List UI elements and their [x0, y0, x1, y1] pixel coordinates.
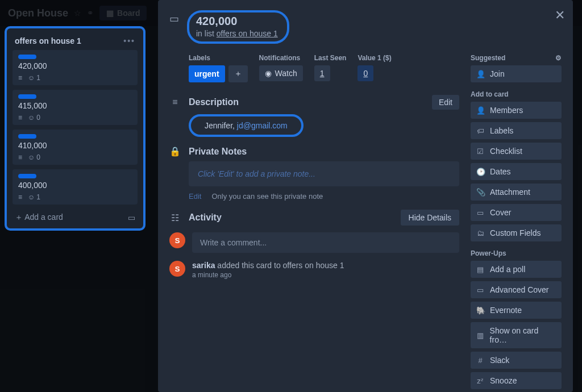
- description-email[interactable]: jd@gmail.com: [237, 121, 288, 130]
- card-badges: ≡ ☺1: [18, 74, 132, 82]
- add-poll-button[interactable]: ▤Add a poll: [471, 261, 562, 278]
- private-header: Private Notes: [189, 147, 459, 157]
- labels-block: Labels urgent ＋: [189, 54, 248, 82]
- slack-icon: #: [476, 356, 484, 365]
- checklist-button[interactable]: ☑Checklist: [471, 143, 562, 160]
- card-title: 415,000: [18, 101, 132, 110]
- private-edit-link[interactable]: Edit: [189, 192, 201, 201]
- list-card[interactable]: 400,000 ≡ ☺1: [13, 169, 138, 205]
- card-header: ▭ 420,000 in list offers on house 1: [169, 10, 562, 44]
- left-column: Labels urgent ＋ Notifications ◉Watch Las…: [169, 54, 459, 392]
- description-icon: ≡: [18, 153, 22, 161]
- activity-user[interactable]: sarika: [192, 261, 215, 270]
- value1-header: Value 1 ($): [357, 54, 391, 62]
- clock-icon: 🕑: [476, 168, 484, 176]
- cover-icon: ▭: [476, 208, 484, 217]
- template-icon[interactable]: ▭: [128, 213, 135, 222]
- dates-button[interactable]: 🕑Dates: [471, 163, 562, 180]
- user-icon: 👤: [476, 106, 484, 115]
- reaction-count: 0: [36, 114, 40, 122]
- modal-overlay: offers on house 1 ••• 420,000 ≡ ☺1 415,0…: [0, 0, 582, 392]
- reaction-count: 1: [36, 193, 40, 201]
- list-title[interactable]: offers on house 1: [15, 36, 81, 45]
- activity-icon: ☷: [169, 212, 181, 223]
- card-label-chip: [18, 134, 36, 139]
- card-title[interactable]: 420,000: [196, 15, 278, 28]
- snooze-button[interactable]: zᶻSnooze: [471, 372, 562, 389]
- tag-icon: 🏷: [476, 127, 484, 135]
- edit-description-button[interactable]: Edit: [432, 95, 459, 110]
- list-card[interactable]: 410,000 ≡ ☺0: [13, 130, 138, 165]
- description-icon: ≡: [169, 97, 181, 107]
- private-note-input[interactable]: Click 'Edit' to add a private note...: [189, 161, 459, 186]
- description-section: ≡ Description Edit Jennifer, jd@gmail.co…: [169, 95, 459, 137]
- in-list-prefix: in list: [196, 29, 217, 38]
- card-title: 420,000: [18, 61, 132, 70]
- card-icon: ▥: [476, 331, 484, 340]
- label-urgent[interactable]: urgent: [189, 65, 225, 82]
- join-button[interactable]: 👤Join: [471, 65, 562, 82]
- add-label-button[interactable]: ＋: [228, 65, 248, 82]
- reaction-count: 0: [36, 153, 40, 161]
- slack-button[interactable]: #Slack: [471, 352, 562, 369]
- snooze-icon: zᶻ: [476, 377, 484, 385]
- cover-icon: ▭: [476, 286, 484, 294]
- activity-text: added this card to offers on house 1: [215, 261, 344, 270]
- lastseen-block: Last Seen 1: [314, 54, 347, 82]
- list-card[interactable]: 415,000 ≡ ☺0: [13, 90, 138, 125]
- members-button[interactable]: 👤Members: [471, 102, 562, 119]
- comment-input[interactable]: Write a comment...: [192, 232, 459, 253]
- fields-icon: 🗂: [476, 229, 484, 237]
- list-header: offers on house 1 •••: [13, 34, 138, 50]
- lock-icon: 🔒: [169, 146, 181, 157]
- lastseen-value[interactable]: 1: [314, 65, 330, 81]
- description-text: Jennifer,: [205, 121, 237, 130]
- private-notes-section: 🔒 Private Notes Click 'Edit' to add a pr…: [169, 146, 459, 201]
- advanced-cover-button[interactable]: ▭Advanced Cover: [471, 281, 562, 298]
- powerups-header: Power-Ups: [471, 249, 562, 257]
- suggested-header: Suggested ⚙: [471, 54, 562, 62]
- user-icon: 👤: [476, 70, 484, 78]
- card-badges: ≡ ☺0: [18, 114, 132, 122]
- evernote-icon: 🐘: [476, 306, 484, 315]
- card-subtitle: in list offers on house 1: [196, 29, 278, 38]
- avatar[interactable]: S: [169, 232, 185, 248]
- highlight-description[interactable]: Jennifer, jd@gmail.com: [189, 114, 304, 137]
- card-label-chip: [18, 174, 36, 178]
- value1-block: Value 1 ($) 0: [357, 54, 391, 82]
- reaction-icon: ☺: [28, 153, 35, 161]
- close-icon[interactable]: ✕: [555, 8, 565, 23]
- card-badges: ≡ ☺0: [18, 153, 132, 161]
- cover-button[interactable]: ▭Cover: [471, 204, 562, 221]
- list-card[interactable]: 420,000 ≡ ☺1: [13, 50, 138, 85]
- activity-time[interactable]: a minute ago: [192, 271, 344, 279]
- notifications-block: Notifications ◉Watch: [259, 54, 303, 82]
- custom-fields-button[interactable]: 🗂Custom Fields: [471, 224, 562, 241]
- labels-button[interactable]: 🏷Labels: [471, 122, 562, 139]
- activity-item: S sarika added this card to offers on ho…: [169, 261, 459, 279]
- list-menu-icon[interactable]: •••: [123, 36, 135, 45]
- activity-header: Activity: [189, 212, 393, 223]
- clip-icon: 📎: [476, 188, 484, 197]
- add-card-button[interactable]: ＋ Add a card ▭: [13, 209, 138, 223]
- reaction-icon: ☺: [28, 114, 35, 122]
- gear-icon[interactable]: ⚙: [555, 54, 562, 62]
- labels-header: Labels: [189, 54, 248, 62]
- evernote-button[interactable]: 🐘Evernote: [471, 302, 562, 319]
- add-card-label: Add a card: [24, 212, 63, 222]
- description-header: Description: [189, 97, 424, 107]
- reaction-icon: ☺: [28, 193, 35, 201]
- list-panel: offers on house 1 ••• 420,000 ≡ ☺1 415,0…: [5, 26, 146, 392]
- right-column: Suggested ⚙ 👤Join Add to card 👤Members 🏷…: [471, 54, 562, 392]
- attachment-button[interactable]: 📎Attachment: [471, 184, 562, 201]
- hide-details-button[interactable]: Hide Details: [401, 210, 459, 226]
- card-title: 400,000: [18, 181, 132, 190]
- avatar[interactable]: S: [169, 261, 185, 277]
- meta-row: Labels urgent ＋ Notifications ◉Watch Las…: [189, 54, 459, 82]
- value1-value[interactable]: 0: [357, 65, 373, 81]
- description-icon: ≡: [18, 114, 22, 122]
- card-modal: ✕ ▭ 420,000 in list offers on house 1 La…: [158, 0, 573, 392]
- watch-button[interactable]: ◉Watch: [259, 65, 303, 81]
- show-on-card-button[interactable]: ▥Show on card fro…: [471, 322, 562, 348]
- in-list-link[interactable]: offers on house 1: [217, 29, 278, 38]
